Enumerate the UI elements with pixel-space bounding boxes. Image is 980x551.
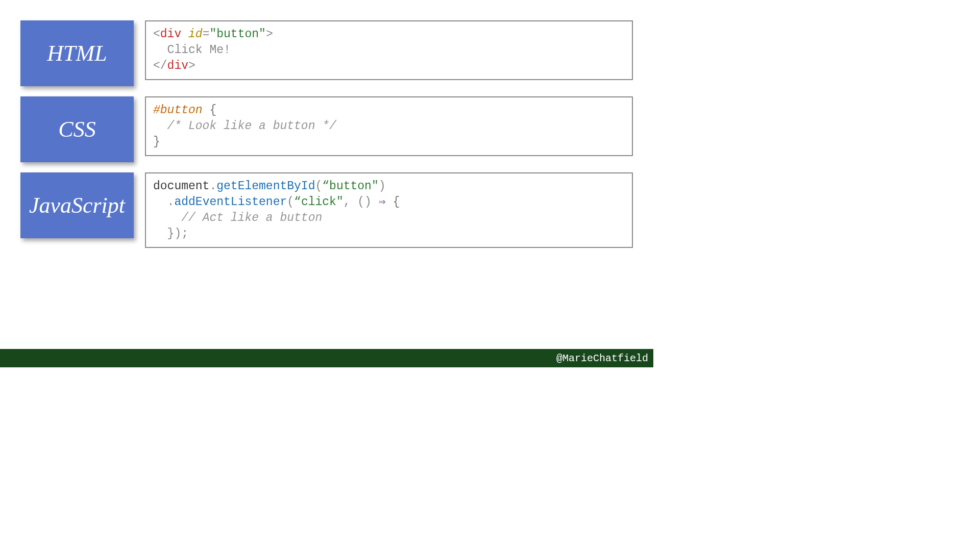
code-css: #button { /* Look like a button */ } [145,96,633,156]
row-js: JavaScript document.getElementById(“butt… [20,172,633,248]
code-js: document.getElementById(“button") .addEv… [145,172,633,248]
slide-content: HTML <div id="button"> Click Me! </div> … [0,0,653,248]
label-html: HTML [20,20,134,86]
label-css: CSS [20,96,134,162]
row-css: CSS #button { /* Look like a button */ } [20,96,633,162]
footer-bar: @MarieChatfield [0,349,653,367]
footer-handle: @MarieChatfield [556,353,648,364]
label-js: JavaScript [20,172,134,238]
code-html: <div id="button"> Click Me! </div> [145,20,633,80]
row-html: HTML <div id="button"> Click Me! </div> [20,20,633,86]
label-html-text: HTML [47,40,107,66]
label-js-text: JavaScript [29,192,125,218]
label-css-text: CSS [58,116,95,142]
